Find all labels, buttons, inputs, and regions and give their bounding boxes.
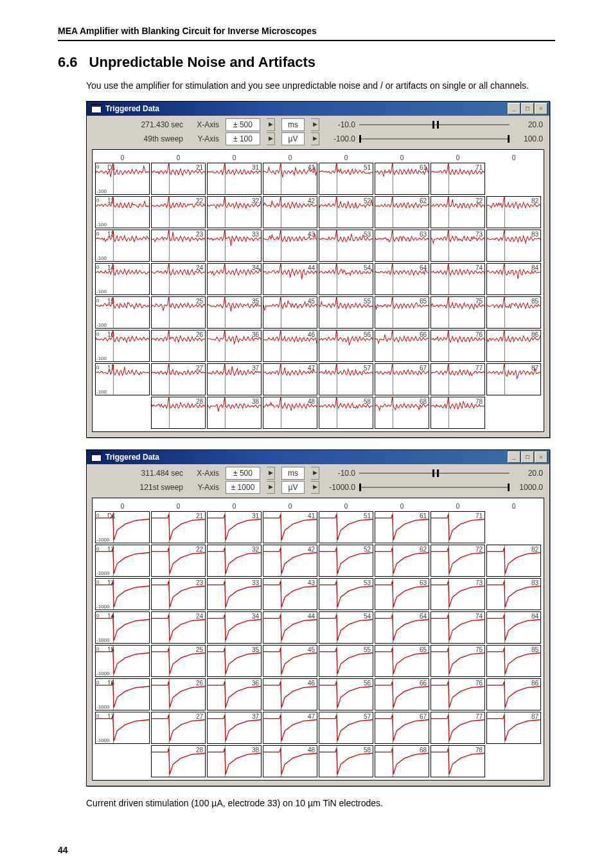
trace-plot xyxy=(263,646,317,676)
channel-cell: 77 xyxy=(431,712,485,744)
y-axis-unit[interactable]: µV xyxy=(281,132,305,145)
x-axis-unit-spin[interactable]: ▶ xyxy=(311,467,319,480)
channel-cell: 61 xyxy=(375,511,429,543)
close-button[interactable]: × xyxy=(535,451,547,463)
channel-cell: 62 xyxy=(375,196,429,228)
channel-cell: 33 xyxy=(207,578,262,610)
trace-plot xyxy=(263,230,317,261)
channel-cell: 36 xyxy=(207,678,262,710)
x-tick-label: 0 xyxy=(431,501,485,510)
trace-plot xyxy=(487,197,540,228)
channel-cell: 84 xyxy=(486,611,541,644)
trace-plot xyxy=(263,264,317,294)
trace-plot xyxy=(319,579,373,610)
x-axis-step[interactable]: ± 500 xyxy=(226,118,260,131)
y-range-slider[interactable] xyxy=(359,136,510,142)
channel-cell: 0-10017 xyxy=(95,363,150,395)
channel-cell: 66 xyxy=(375,678,429,710)
trace-plot xyxy=(152,612,205,643)
trace-plot xyxy=(487,230,540,261)
channel-cell xyxy=(95,397,150,429)
channel-cell: 64 xyxy=(375,611,429,644)
titlebar[interactable]: Triggered Data _ □ × xyxy=(87,102,549,116)
x-range-slider[interactable] xyxy=(359,122,510,128)
channel-cell: 23 xyxy=(151,230,206,262)
trace-plot xyxy=(375,330,429,361)
trace-plot xyxy=(96,364,149,395)
channel-cell: 53 xyxy=(319,230,373,262)
y-axis-unit-spin[interactable]: ▶ xyxy=(311,481,319,494)
trace-plot xyxy=(431,746,484,777)
channel-cell: 83 xyxy=(486,230,541,262)
trace-plot xyxy=(263,397,317,428)
channel-cell: 78 xyxy=(431,397,485,429)
channel-cell: 41 xyxy=(263,511,317,543)
y-axis-step-spin[interactable]: ▶ xyxy=(267,481,275,494)
trace-plot xyxy=(487,330,540,361)
channel-cell: 46 xyxy=(263,678,317,710)
trace-plot xyxy=(319,646,373,676)
time-label: 311.484 sec xyxy=(93,469,187,478)
y-max: 100.0 xyxy=(513,134,543,143)
y-axis-unit-spin[interactable]: ▶ xyxy=(311,132,319,145)
minimize-button[interactable]: _ xyxy=(508,451,520,463)
maximize-button[interactable]: □ xyxy=(521,451,534,463)
trace-plot xyxy=(487,579,540,610)
channel-cell: 57 xyxy=(319,363,373,395)
channel-cell: 0-10012 xyxy=(95,196,150,228)
channel-cell: 38 xyxy=(207,397,262,429)
trace-plot xyxy=(208,679,261,710)
y-axis-unit[interactable]: µV xyxy=(281,481,305,494)
y-axis-step[interactable]: ± 100 xyxy=(226,132,260,145)
trace-plot xyxy=(487,364,540,395)
close-button[interactable]: × xyxy=(535,103,547,114)
channel-cell: 26 xyxy=(151,678,206,710)
trace-plot xyxy=(208,646,261,676)
x-min: -10.0 xyxy=(326,120,355,129)
x-axis-step-spin[interactable]: ▶ xyxy=(267,118,275,131)
trace-plot xyxy=(96,297,149,328)
x-range-slider[interactable] xyxy=(359,470,510,476)
channel-cell: 55 xyxy=(319,645,373,677)
section-title: Unpredictable Noise and Artifacts xyxy=(89,54,315,71)
channel-cell: 0-10016 xyxy=(95,330,150,362)
channel-cell: 0-100017 xyxy=(95,712,150,744)
titlebar[interactable]: Triggered Data _ □ × xyxy=(87,450,549,464)
trace-plot xyxy=(263,297,317,328)
y-axis-step[interactable]: ± 1000 xyxy=(226,481,260,494)
trace-plot xyxy=(263,679,317,710)
channel-cell: 22 xyxy=(151,196,206,228)
trace-plot xyxy=(375,397,429,428)
x-axis-unit-spin[interactable]: ▶ xyxy=(311,118,319,131)
trace-plot xyxy=(319,197,373,228)
trace-plot xyxy=(96,163,149,194)
channel-cell: 25 xyxy=(151,296,206,329)
channel-cell: 47 xyxy=(263,363,317,395)
minimize-button[interactable]: _ xyxy=(508,103,520,114)
channel-cell: 43 xyxy=(263,578,317,610)
channel-cell: 36 xyxy=(207,330,262,362)
maximize-button[interactable]: □ xyxy=(521,103,534,114)
trace-plot xyxy=(263,579,317,610)
y-range-slider[interactable] xyxy=(359,484,510,491)
trace-plot xyxy=(487,612,540,643)
y-axis-step-spin[interactable]: ▶ xyxy=(267,132,275,145)
trace-plot xyxy=(96,230,149,261)
x-axis-label: X-Axis xyxy=(193,120,219,129)
channel-cell: 58 xyxy=(319,397,373,429)
trace-plot xyxy=(319,163,373,194)
x-axis-step-spin[interactable]: ▶ xyxy=(267,467,275,480)
channel-cell: 52 xyxy=(319,196,373,228)
channel-cell: 76 xyxy=(431,330,485,362)
trace-plot xyxy=(152,330,205,361)
x-axis-unit[interactable]: ms xyxy=(281,467,305,480)
x-axis-step[interactable]: ± 500 xyxy=(226,467,260,480)
channel-cell: 0-100016 xyxy=(95,678,150,710)
channel-cell: 78 xyxy=(431,745,485,777)
x-axis-unit[interactable]: ms xyxy=(281,118,305,131)
trace-plot xyxy=(152,512,205,543)
channel-cell: 22 xyxy=(151,545,206,577)
trace-plot xyxy=(487,545,540,576)
trace-plot xyxy=(152,646,205,676)
channel-cell: 63 xyxy=(375,578,429,610)
